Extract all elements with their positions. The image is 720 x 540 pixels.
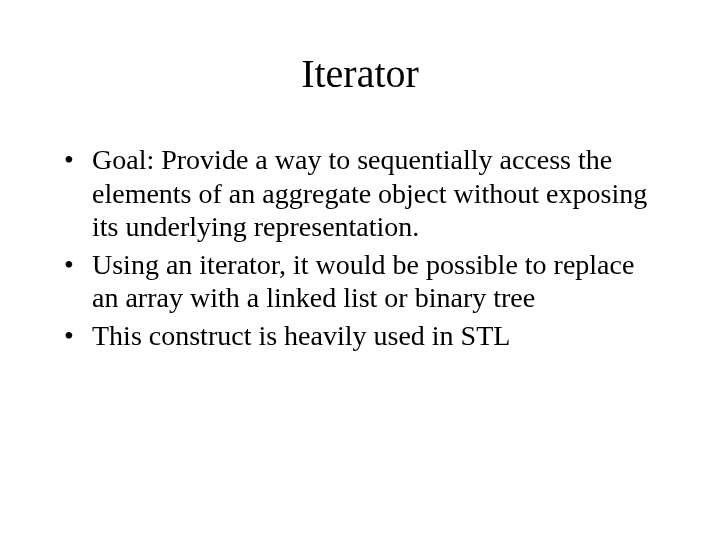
bullet-list: Goal: Provide a way to sequentially acce… xyxy=(58,143,662,353)
slide: Iterator Goal: Provide a way to sequenti… xyxy=(0,0,720,540)
list-item: Using an iterator, it would be possible … xyxy=(88,248,662,315)
list-item: This construct is heavily used in STL xyxy=(88,319,662,353)
list-item: Goal: Provide a way to sequentially acce… xyxy=(88,143,662,244)
slide-title: Iterator xyxy=(58,50,662,97)
